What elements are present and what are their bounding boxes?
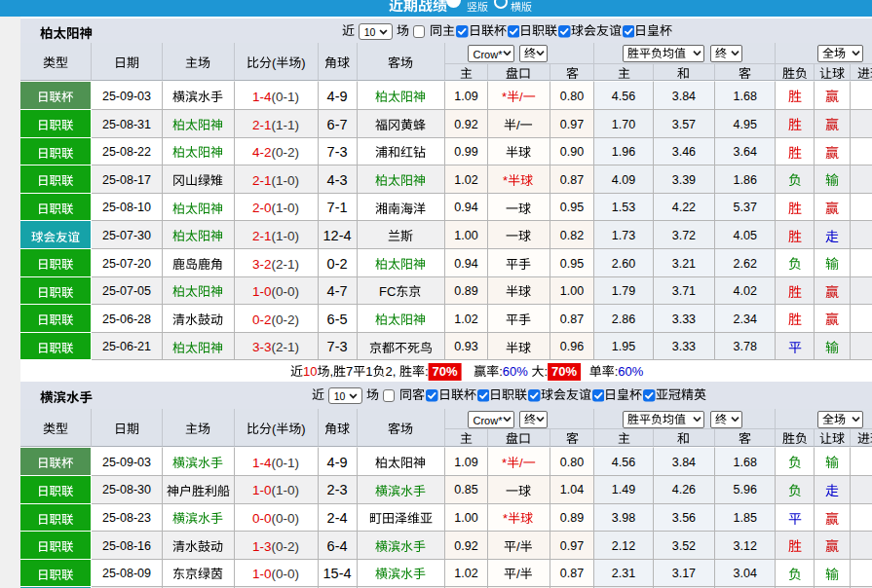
svg-text:60%: 60% <box>618 364 643 379</box>
svg-text:/: / <box>519 90 523 104</box>
svg-text:FC: FC <box>379 284 396 299</box>
svg-text:): ) <box>301 422 305 436</box>
svg-text:*: * <box>502 456 507 470</box>
svg-text:70%: 70% <box>551 364 577 379</box>
svg-text::: : <box>425 364 429 379</box>
svg-text:,: , <box>329 364 333 379</box>
svg-text:/: / <box>516 539 520 554</box>
svg-text:7: 7 <box>346 364 353 379</box>
svg-text:2,: 2, <box>385 364 396 379</box>
svg-text:): ) <box>301 55 305 70</box>
svg-text:/: / <box>519 456 523 470</box>
svg-text:(: ( <box>272 55 277 70</box>
svg-text:10: 10 <box>303 364 317 379</box>
svg-text:*: * <box>503 511 508 526</box>
svg-text:60%: 60% <box>503 364 528 379</box>
svg-text:/: / <box>516 118 520 132</box>
svg-text:70%: 70% <box>432 364 457 379</box>
svg-text:/: / <box>516 567 520 581</box>
svg-text:(: ( <box>272 422 277 436</box>
svg-text:*: * <box>503 173 508 188</box>
svg-text::: : <box>544 364 548 379</box>
svg-text:*: * <box>502 90 507 104</box>
svg-text:1: 1 <box>365 364 372 379</box>
